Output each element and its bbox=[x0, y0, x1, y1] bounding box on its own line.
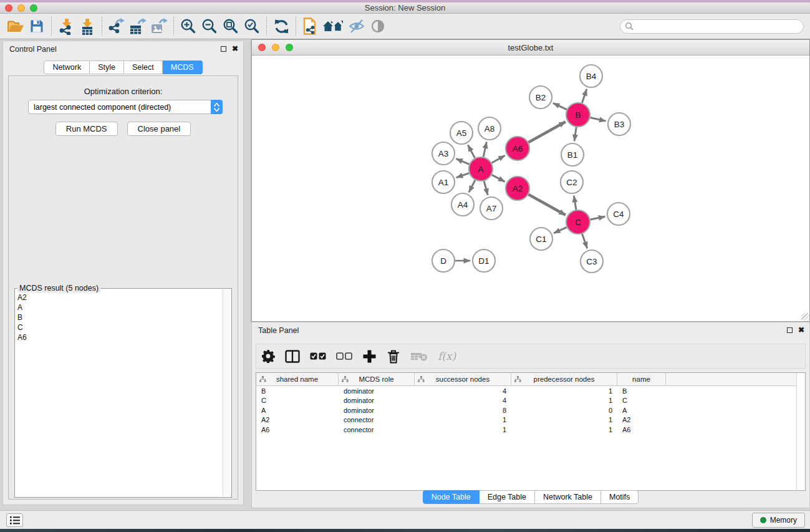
table-row[interactable]: A2connector11A2 bbox=[256, 415, 805, 425]
node-label: C1 bbox=[536, 235, 546, 244]
result-scrollbar[interactable] bbox=[223, 289, 231, 496]
network-graph[interactable]: AA1A2A3A4A5A6A7A8BB1B2B3B4CC1C2C3C4DD1 bbox=[252, 56, 809, 321]
edge-A-A3[interactable] bbox=[456, 158, 469, 164]
edge-A-A8[interactable] bbox=[483, 142, 486, 157]
table-row[interactable]: Bdominator41B bbox=[256, 386, 805, 396]
edge-C-C4[interactable] bbox=[591, 216, 605, 220]
memory-button[interactable]: Memory bbox=[752, 513, 805, 528]
sort-icon[interactable] bbox=[418, 376, 425, 382]
sort-icon[interactable] bbox=[342, 376, 349, 382]
table-row[interactable]: A6connector11A6 bbox=[256, 425, 805, 435]
edge-A-A4[interactable] bbox=[469, 180, 475, 193]
edge-B-B1[interactable] bbox=[574, 127, 576, 141]
search-field bbox=[620, 19, 804, 34]
network-canvas[interactable]: AA1A2A3A4A5A6A7A8BB1B2B3B4CC1C2C3C4DD1 bbox=[252, 56, 809, 321]
edge-B-B4[interactable] bbox=[582, 89, 587, 103]
edge-C-C2[interactable] bbox=[574, 196, 576, 210]
hide-details-icon[interactable] bbox=[346, 17, 367, 36]
optimization-criterion-dropdown[interactable]: largest connected component (directed) bbox=[28, 100, 223, 114]
export-table-icon[interactable] bbox=[127, 17, 148, 36]
tab-network[interactable]: Network bbox=[44, 60, 90, 74]
app-title: Session: New Session bbox=[0, 3, 810, 12]
result-item[interactable]: A bbox=[17, 302, 221, 312]
home-icon[interactable] bbox=[321, 17, 346, 36]
column-header[interactable]: successor nodes bbox=[415, 373, 511, 385]
open-session-icon[interactable] bbox=[5, 17, 26, 36]
table-body: Bdominator41BCdominator41CAdominator80AA… bbox=[256, 386, 805, 435]
tab-select[interactable]: Select bbox=[124, 60, 163, 74]
tab-edge-table[interactable]: Edge Table bbox=[480, 490, 535, 504]
run-mcds-button[interactable]: Run MCDS bbox=[55, 122, 118, 136]
import-network-icon[interactable] bbox=[55, 17, 77, 36]
edge-A-A1[interactable] bbox=[456, 173, 469, 178]
tab-style[interactable]: Style bbox=[90, 60, 124, 74]
mcds-result-list[interactable]: A2ABCA6 bbox=[17, 293, 221, 495]
dropdown-stepper-icon bbox=[211, 100, 223, 114]
task-history-button[interactable] bbox=[6, 513, 23, 527]
result-item[interactable]: A2 bbox=[17, 293, 221, 302]
select-all-icon[interactable] bbox=[310, 347, 326, 365]
sort-icon[interactable] bbox=[259, 376, 266, 382]
delete-column-icon[interactable] bbox=[387, 347, 400, 365]
table-scrollbar[interactable] bbox=[796, 373, 805, 490]
float-table-panel-icon[interactable] bbox=[787, 327, 793, 333]
edge-A6-B[interactable] bbox=[528, 122, 565, 142]
table-row[interactable]: Adominator80A bbox=[256, 405, 805, 415]
edge-A-A6[interactable] bbox=[491, 155, 504, 163]
edge-A2-C[interactable] bbox=[528, 195, 565, 215]
sort-icon[interactable] bbox=[514, 376, 521, 382]
edge-C-C3[interactable] bbox=[582, 234, 587, 248]
edge-A-A2[interactable] bbox=[492, 175, 505, 181]
close-table-panel-icon[interactable]: ✖ bbox=[798, 327, 804, 333]
column-header[interactable]: name bbox=[617, 373, 666, 385]
export-image-icon[interactable] bbox=[148, 17, 170, 36]
zoom-fit-icon[interactable] bbox=[220, 17, 241, 36]
mcds-result-group: MCDS result (5 nodes) A2ABCA6 bbox=[14, 288, 232, 498]
desktop-strip-bottom bbox=[0, 529, 810, 532]
tab-mcds[interactable]: MCDS bbox=[163, 60, 203, 74]
column-header[interactable]: shared name bbox=[256, 373, 339, 385]
tab-motifs[interactable]: Motifs bbox=[601, 490, 639, 504]
deselect-all-icon[interactable] bbox=[336, 347, 352, 365]
edge-B-B3[interactable] bbox=[591, 117, 606, 121]
zoom-selected-icon[interactable] bbox=[241, 17, 263, 36]
table-header-row: shared nameMCDS rolesuccessor nodesprede… bbox=[256, 373, 805, 386]
column-header[interactable]: MCDS role bbox=[339, 373, 415, 385]
node-label: A5 bbox=[456, 128, 467, 138]
gear-icon[interactable] bbox=[261, 347, 275, 365]
table-row[interactable]: Cdominator41C bbox=[256, 396, 805, 406]
toolbar-separator bbox=[173, 17, 174, 36]
node-label: B bbox=[575, 110, 581, 120]
memory-label: Memory bbox=[770, 516, 797, 525]
zoom-out-icon[interactable] bbox=[199, 17, 220, 36]
tab-network-table[interactable]: Network Table bbox=[535, 490, 601, 504]
save-session-icon[interactable] bbox=[26, 17, 47, 36]
refresh-icon[interactable] bbox=[271, 17, 292, 36]
birdseye-icon[interactable] bbox=[367, 17, 388, 36]
result-item[interactable]: A6 bbox=[17, 332, 221, 342]
delete-table-icon bbox=[410, 347, 428, 365]
edge-B-B2[interactable] bbox=[553, 103, 567, 109]
add-column-icon[interactable] bbox=[362, 347, 377, 365]
network-window-titlebar[interactable]: testGlobe.txt bbox=[252, 40, 809, 56]
import-table-icon[interactable] bbox=[77, 17, 98, 36]
network-from-file-icon[interactable] bbox=[300, 17, 321, 36]
split-columns-icon[interactable] bbox=[285, 347, 300, 365]
search-input[interactable] bbox=[620, 19, 804, 34]
tab-node-table[interactable]: Node Table bbox=[423, 490, 480, 504]
export-network-icon[interactable] bbox=[106, 17, 127, 36]
edge-C-C1[interactable] bbox=[554, 227, 567, 233]
result-item[interactable]: C bbox=[17, 322, 221, 332]
node-label: B3 bbox=[614, 120, 625, 129]
edge-A-A5[interactable] bbox=[468, 145, 475, 158]
float-panel-icon[interactable] bbox=[221, 46, 226, 52]
zoom-in-icon[interactable] bbox=[178, 17, 199, 36]
close-panel-icon[interactable]: ✖ bbox=[232, 46, 238, 52]
edge-A-A7[interactable] bbox=[484, 181, 488, 195]
column-header[interactable]: predecessor nodes bbox=[511, 373, 617, 385]
resize-grip[interactable] bbox=[801, 313, 809, 321]
node-table[interactable]: shared nameMCDS rolesuccessor nodesprede… bbox=[256, 372, 806, 491]
toolbar-separator bbox=[102, 17, 102, 36]
result-item[interactable]: B bbox=[17, 312, 221, 322]
close-panel-button[interactable]: Close panel bbox=[127, 122, 191, 136]
